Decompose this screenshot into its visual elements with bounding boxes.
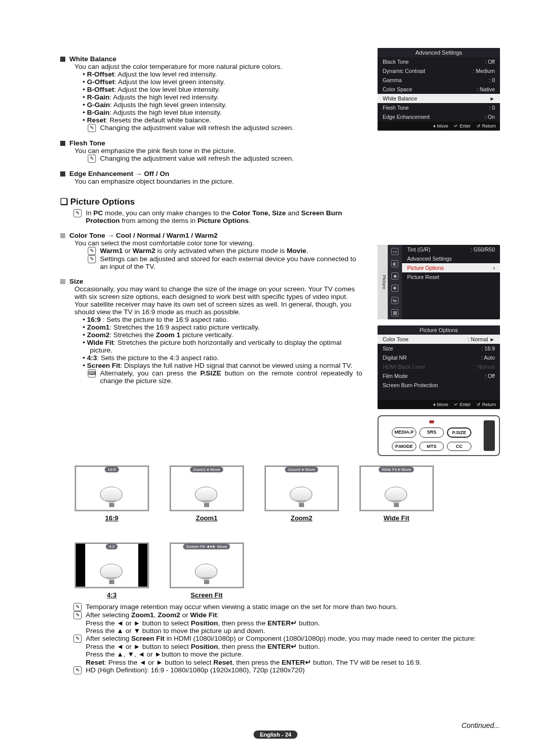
osd-picture-options: Picture Options Color Tone: Normal ► Siz…: [378, 325, 500, 409]
page-number: English - 24: [254, 730, 297, 739]
remote-srs-button: SRS: [419, 427, 444, 438]
thumb-widefit: Wide Fit ♦ MoveWide Fit: [359, 465, 434, 522]
osd-picture-menu: Picture ▭◐◆✱⇆▦ Tint (G/R): G50/R50 Advan…: [378, 245, 500, 319]
thumb-zoom2: Zoom2 ♦ MoveZoom2: [264, 465, 339, 522]
app-icon: ▦: [391, 309, 398, 316]
note-icon: ✎: [88, 124, 96, 132]
edge-title: Edge Enhancement → Off / On: [69, 170, 169, 178]
tip-icon: ⌨: [88, 369, 96, 377]
picture-icon: ▭: [391, 248, 398, 255]
colortone-title: Color Tone → Cool / Normal / Warm1 / War…: [69, 232, 218, 239]
size-thumbnails: 16:916:9Zoom1 ♦ MoveZoom1Zoom2 ♦ MoveZoo…: [74, 465, 500, 599]
thumb-zoom1: Zoom1 ♦ MoveZoom1: [169, 465, 244, 522]
channel-icon: ◆: [391, 272, 398, 280]
wb-title: White Balance: [69, 55, 116, 63]
thumb-screenfit: Screen Fit ◄♦► MoveScreen Fit: [169, 542, 244, 599]
wb-list: R-Offset: Adjust the low level red inten…: [74, 70, 362, 124]
note-icon: ✎: [88, 255, 96, 263]
manual-text: White Balance You can adjust the color t…: [60, 48, 362, 456]
note-icon: ✎: [73, 611, 82, 619]
note-icon: ✎: [73, 666, 82, 674]
note-icon: ✎: [88, 155, 96, 163]
sound-icon: ◐: [391, 260, 398, 267]
thumb-43: 4:34:3: [74, 542, 149, 599]
note-icon: ✎: [88, 247, 96, 255]
flesh-title: Flesh Tone: [69, 139, 105, 147]
note-icon: ✎: [73, 603, 82, 611]
wb-desc: You can adjust the color temperature for…: [74, 63, 362, 70]
setup-icon: ✱: [391, 285, 398, 292]
remote-pmode-button: P.MODE: [392, 442, 416, 451]
note-icon: ✎: [73, 635, 82, 643]
continued-label: Continued...: [462, 721, 500, 729]
remote-psize-button: P.SIZE: [447, 427, 471, 438]
wb-note: Changing the adjustment value will refre…: [100, 124, 294, 132]
picture-options-heading: Picture Options: [60, 196, 362, 207]
remote-illustration: MEDIA.P SRS P.SIZE P.MODE MTS CC: [378, 415, 500, 456]
size-title: Size: [69, 278, 83, 285]
thumb-169: 16:916:9: [74, 465, 149, 522]
remote-mediap-button: MEDIA.P: [392, 427, 416, 438]
osd-advanced-settings: Advanced Settings Black Tone: Off Dynami…: [378, 48, 500, 131]
remote-mts-button: MTS: [419, 442, 444, 451]
input-icon: ⇆: [391, 297, 398, 304]
remote-cc-button: CC: [447, 442, 471, 451]
note-icon: ✎: [73, 209, 82, 217]
size-list: 16:9 : Sets the picture to the 16:9 aspe…: [74, 316, 362, 369]
